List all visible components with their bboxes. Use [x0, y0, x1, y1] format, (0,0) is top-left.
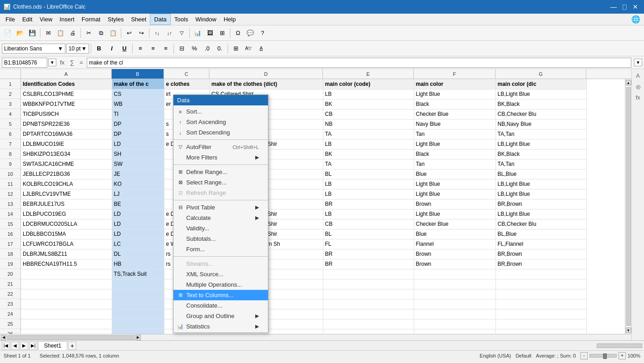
table-cell[interactable]: [323, 279, 414, 289]
table-cell[interactable]: [495, 269, 586, 279]
col-header-b[interactable]: B: [112, 69, 164, 79]
table-cell[interactable]: LB,Light Blue: [495, 139, 586, 149]
menu-sort-descending[interactable]: ↓ Sort Descending: [173, 127, 268, 138]
table-cell[interactable]: BR,Brown: [495, 199, 586, 209]
table-cell[interactable]: [323, 319, 414, 329]
align-left-button[interactable]: ≡: [134, 43, 146, 55]
table-cell[interactable]: FL,Flannel: [495, 239, 586, 249]
table-cell[interactable]: TI: [112, 109, 164, 119]
table-cell[interactable]: BK,Black: [495, 149, 586, 159]
bg-color-button[interactable]: A▽: [243, 43, 254, 55]
filter-button[interactable]: ▽: [176, 27, 188, 39]
print-button[interactable]: 🖨: [67, 27, 79, 39]
table-cell[interactable]: [112, 309, 164, 319]
border-button[interactable]: ⊞: [230, 43, 242, 55]
table-cell[interactable]: Checker Blue: [414, 219, 495, 229]
formula-input[interactable]: make of the cl: [87, 58, 631, 68]
menu-format[interactable]: Format: [78, 14, 104, 25]
table-cell[interactable]: [323, 329, 414, 334]
table-cell[interactable]: HBBRECNA19TH11.5: [21, 259, 112, 269]
align-center-button[interactable]: ≡: [147, 43, 159, 55]
table-cell[interactable]: [414, 329, 495, 334]
table-cell[interactable]: SWTASJCA16CHME: [21, 159, 112, 169]
row-num-12[interactable]: 12: [0, 189, 20, 199]
table-cell[interactable]: [414, 319, 495, 329]
row-num-2[interactable]: 2: [0, 89, 20, 99]
table-cell[interactable]: [112, 289, 164, 299]
italic-button[interactable]: I: [106, 43, 118, 55]
image-button[interactable]: 🖼: [204, 27, 216, 39]
col-header-f[interactable]: F: [414, 69, 495, 79]
row-num-19[interactable]: 19: [0, 259, 20, 269]
add-sheet-button[interactable]: +: [68, 342, 76, 350]
special-char-button[interactable]: Ω: [232, 27, 244, 39]
table-cell[interactable]: JEBLLECР21BG36: [21, 169, 112, 179]
table-cell[interactable]: WB: [112, 99, 164, 109]
table-cell[interactable]: LDLBPUCO19EG: [21, 209, 112, 219]
table-cell[interactable]: DLBRJMLS8BZ11: [21, 249, 112, 259]
table-cell[interactable]: Brown: [414, 259, 495, 269]
menu-statistics[interactable]: 📊 Statistics ▶: [173, 321, 268, 332]
close-button[interactable]: ✕: [630, 2, 640, 12]
table-cell[interactable]: [414, 299, 495, 309]
menu-pivot-table[interactable]: ⊟ Pivot Table ▶: [173, 202, 268, 213]
table-cell[interactable]: LDBLBBCO15MA: [21, 229, 112, 239]
merge-button[interactable]: ⊟: [176, 43, 188, 55]
font-size-dropdown[interactable]: 10 pt ▼: [66, 44, 89, 54]
table-cell[interactable]: TA,Tan: [495, 129, 586, 139]
align-right-button[interactable]: ≡: [160, 43, 172, 55]
h-scroll-thumb[interactable]: [597, 343, 642, 348]
row-num-15[interactable]: 15: [0, 219, 20, 229]
table-cell[interactable]: BR: [323, 259, 414, 269]
row-num-10[interactable]: 10: [0, 169, 20, 179]
menu-multiple-operations[interactable]: Multiple Operations...: [173, 279, 268, 290]
help-btn[interactable]: ?: [257, 27, 268, 39]
table-cell[interactable]: make of the clothes (dict): [209, 79, 323, 89]
table-cell[interactable]: LJLBRLCV19VTME: [21, 189, 112, 199]
increase-decimal-button[interactable]: .0: [201, 43, 213, 55]
table-cell[interactable]: CB: [323, 219, 414, 229]
paste-button[interactable]: 📋: [107, 27, 119, 39]
menu-tools[interactable]: Tools: [171, 14, 192, 25]
table-cell[interactable]: make of the c: [112, 79, 164, 89]
table-cell[interactable]: Blue: [414, 169, 495, 179]
menu-more-filters[interactable]: More Filters ▶: [173, 152, 268, 163]
equals-icon[interactable]: =: [78, 59, 85, 66]
table-cell[interactable]: [323, 299, 414, 309]
table-cell[interactable]: LB,Light Blue: [495, 209, 586, 219]
fx-icon[interactable]: fx: [58, 59, 66, 66]
table-cell[interactable]: KOLBRLCO19CHLA: [21, 179, 112, 189]
row-num-5[interactable]: 5: [0, 119, 20, 129]
row-num-23[interactable]: 23: [0, 299, 20, 309]
table-cell[interactable]: TA: [323, 159, 414, 169]
row-num-18[interactable]: 18: [0, 249, 20, 259]
table-cell[interactable]: LB,Light Blue: [495, 179, 586, 189]
table-cell[interactable]: LD: [112, 219, 164, 229]
open-button[interactable]: 📂: [14, 27, 26, 39]
insert-btn[interactable]: ⊞: [216, 27, 228, 39]
table-cell[interactable]: BK: [323, 99, 414, 109]
table-cell[interactable]: Brown: [414, 199, 495, 209]
table-cell[interactable]: LC: [112, 239, 164, 249]
menu-text-to-columns[interactable]: ⊞ Text to Columns...: [173, 290, 268, 300]
table-cell[interactable]: LJ: [112, 189, 164, 199]
row-num-25[interactable]: 25: [0, 319, 20, 329]
table-cell[interactable]: Light Blue: [414, 89, 495, 99]
cell-ref-dropdown-arrow[interactable]: ▼: [48, 59, 56, 66]
menu-help[interactable]: Help: [220, 14, 239, 25]
table-cell[interactable]: SHBKIZPO13EG34: [21, 149, 112, 159]
table-cell[interactable]: BL,Blue: [495, 229, 586, 239]
table-cell[interactable]: LB: [323, 89, 414, 99]
table-cell[interactable]: [495, 299, 586, 309]
sheet-nav-next[interactable]: ▶: [20, 342, 28, 350]
table-cell[interactable]: [495, 279, 586, 289]
table-cell[interactable]: WBBKNFPO17VTME: [21, 99, 112, 109]
pdf-button[interactable]: 📋: [54, 27, 66, 39]
menu-validity[interactable]: Validity...: [173, 223, 268, 234]
col-header-g[interactable]: G: [495, 69, 586, 79]
table-cell[interactable]: [21, 279, 112, 289]
table-cell[interactable]: Black: [414, 99, 495, 109]
table-cell[interactable]: e clothes: [164, 79, 209, 89]
row-num-6[interactable]: 6: [0, 129, 20, 139]
table-cell[interactable]: TA,Tan: [495, 159, 586, 169]
